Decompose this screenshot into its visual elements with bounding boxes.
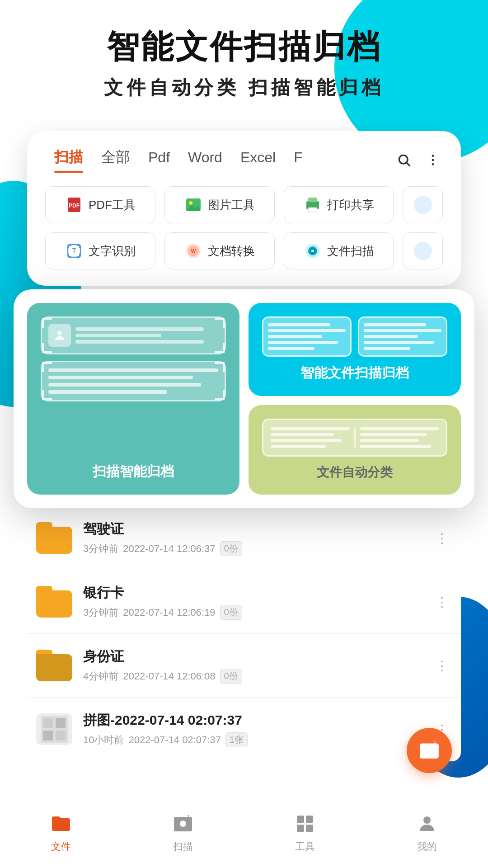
scan-file-label: 文件扫描 xyxy=(327,243,374,259)
tab-more[interactable]: F xyxy=(285,149,312,171)
nav-scan[interactable]: 扫描 xyxy=(122,796,244,868)
convert-label: 文档转换 xyxy=(208,243,255,259)
nav-mine-label: 我的 xyxy=(417,840,437,854)
print-tool-btn[interactable]: 打印共享 xyxy=(284,186,394,223)
file-name-jiazhao: 驾驶证 xyxy=(83,520,421,538)
folder-icon-jiazhao xyxy=(36,522,72,554)
tab-icons xyxy=(394,150,443,170)
feature-classify-label: 文件自动分类 xyxy=(317,464,393,481)
two-docs-illustration xyxy=(262,316,447,357)
svg-point-29 xyxy=(311,250,314,252)
file-more-idcard[interactable]: ⋮ xyxy=(432,656,452,675)
tab-all[interactable]: 全部 xyxy=(92,147,139,173)
folder-icon-idcard xyxy=(36,650,72,681)
svg-rect-18 xyxy=(79,245,80,248)
fab-camera-button[interactable] xyxy=(407,728,452,773)
svg-line-1 xyxy=(407,163,410,166)
convert-btn[interactable]: W 文档转换 xyxy=(164,232,275,269)
svg-point-8 xyxy=(189,201,192,205)
main-title: 智能文件扫描归档 xyxy=(36,27,452,66)
feature-popup: 扫描智能归档 智能文件扫描归 xyxy=(14,289,474,508)
tab-bar: 扫描 全部 Pdf Word Excel F xyxy=(27,131,461,173)
bottom-nav: 文件 扫描 工具 我的 xyxy=(0,796,488,868)
image-tool-label: 图片工具 xyxy=(208,197,255,213)
file-meta-puzzle: 10小时前 2022-07-14 02:07:37 1张 xyxy=(83,732,421,747)
svg-rect-36 xyxy=(297,816,304,823)
tool-row-2: T 文字识别 W 文 xyxy=(27,223,461,286)
svg-rect-37 xyxy=(306,816,313,823)
feature-right-col: 智能文件扫描归档 文件自动分类 xyxy=(249,303,461,495)
svg-text:T: T xyxy=(72,247,76,254)
feature-smart-scan-label: 智能文件扫描归档 xyxy=(300,364,409,382)
nav-tools[interactable]: 工具 xyxy=(244,796,366,868)
scan-file-btn[interactable]: 文件扫描 xyxy=(284,232,394,269)
file-item-jiazhao[interactable]: 驾驶证 3分钟前 2022-07-14 12:06:37 0份 ⋮ xyxy=(27,506,461,570)
tab-pdf[interactable]: Pdf xyxy=(139,149,179,171)
nav-mine[interactable]: 我的 xyxy=(366,796,488,868)
file-meta-idcard: 4分钟前 2022-07-14 12:06:08 0份 xyxy=(83,669,421,684)
file-info-bank: 银行卡 3分钟前 2022-07-14 12:06:19 0份 xyxy=(83,584,421,620)
file-item-idcard[interactable]: 身份证 4分钟前 2022-07-14 12:06:08 0份 ⋮ xyxy=(27,634,461,698)
file-item-puzzle[interactable]: 拼图-2022-07-14 02:07:37 10小时前 2022-07-14 … xyxy=(27,698,461,761)
convert-icon: W xyxy=(184,242,202,260)
svg-point-3 xyxy=(432,159,434,161)
svg-rect-16 xyxy=(68,245,69,248)
header: 智能文件扫描归档 文件自动分类 扫描智能归档 xyxy=(0,27,488,100)
ocr-icon: T xyxy=(65,242,83,260)
search-icon[interactable] xyxy=(394,150,414,170)
extra-tool-btn-2[interactable] xyxy=(403,232,443,269)
book-illustration xyxy=(262,419,447,457)
folder-icon-bank xyxy=(36,586,72,618)
svg-rect-38 xyxy=(297,825,304,832)
nav-files-label: 文件 xyxy=(51,840,71,854)
more-icon[interactable] xyxy=(423,150,443,170)
file-name-idcard: 身份证 xyxy=(83,647,421,666)
svg-rect-33 xyxy=(56,718,66,728)
svg-rect-34 xyxy=(43,731,53,741)
tools-nav-icon xyxy=(292,811,318,836)
file-info-idcard: 身份证 4分钟前 2022-07-14 12:06:08 0份 xyxy=(83,647,421,684)
file-item-bank[interactable]: 银行卡 3分钟前 2022-07-14 12:06:19 0份 ⋮ xyxy=(27,570,461,634)
nav-files[interactable]: 文件 xyxy=(0,796,122,868)
sub-title: 文件自动分类 扫描智能归档 xyxy=(36,75,452,100)
svg-point-40 xyxy=(423,816,431,824)
ocr-label: 文字识别 xyxy=(89,243,136,259)
svg-point-2 xyxy=(432,155,434,157)
feature-card-auto-classify[interactable]: 文件自动分类 xyxy=(249,405,461,495)
file-name-puzzle: 拼图-2022-07-14 02:07:37 xyxy=(83,711,421,730)
pdf-tool-btn[interactable]: PDF PDF工具 xyxy=(45,186,155,223)
pdf-icon: PDF xyxy=(65,196,83,214)
pdf-tool-label: PDF工具 xyxy=(89,197,136,213)
svg-rect-20 xyxy=(68,254,69,257)
file-info-jiazhao: 驾驶证 3分钟前 2022-07-14 12:06:37 0份 xyxy=(83,520,421,556)
feature-card-scan[interactable]: 扫描智能归档 xyxy=(27,303,239,495)
file-meta-bank: 3分钟前 2022-07-14 12:06:19 0份 xyxy=(83,605,421,620)
nav-tools-label: 工具 xyxy=(295,840,315,854)
tab-word[interactable]: Word xyxy=(179,149,231,171)
file-name-bank: 银行卡 xyxy=(83,584,421,602)
svg-text:W: W xyxy=(191,248,196,254)
svg-text:PDF: PDF xyxy=(69,203,80,209)
feature-card-smart-scan[interactable]: 智能文件扫描归档 xyxy=(249,303,461,396)
file-thumb-puzzle xyxy=(36,713,72,745)
image-tool-btn[interactable]: 图片工具 xyxy=(164,186,275,223)
file-more-bank[interactable]: ⋮ xyxy=(432,592,452,612)
ocr-btn[interactable]: T 文字识别 xyxy=(45,232,155,269)
tab-excel[interactable]: Excel xyxy=(231,149,285,171)
tool-row-1: PDF PDF工具 图片工具 打 xyxy=(27,173,461,223)
files-nav-icon xyxy=(48,811,74,836)
feature-scan-label: 扫描智能归档 xyxy=(93,462,174,481)
svg-rect-11 xyxy=(308,198,317,202)
svg-rect-12 xyxy=(308,208,317,212)
svg-point-0 xyxy=(399,155,408,164)
file-meta-jiazhao: 3分钟前 2022-07-14 12:06:37 0份 xyxy=(83,541,421,556)
id-card-illustration xyxy=(41,316,226,401)
extra-tool-btn[interactable] xyxy=(403,186,443,223)
tab-scan[interactable]: 扫描 xyxy=(45,147,92,173)
image-icon xyxy=(184,196,202,214)
print-tool-label: 打印共享 xyxy=(327,197,374,213)
file-info-puzzle: 拼图-2022-07-14 02:07:37 10小时前 2022-07-14 … xyxy=(83,711,421,747)
svg-rect-22 xyxy=(79,254,80,257)
svg-point-30 xyxy=(57,331,62,335)
file-more-jiazhao[interactable]: ⋮ xyxy=(432,528,452,548)
